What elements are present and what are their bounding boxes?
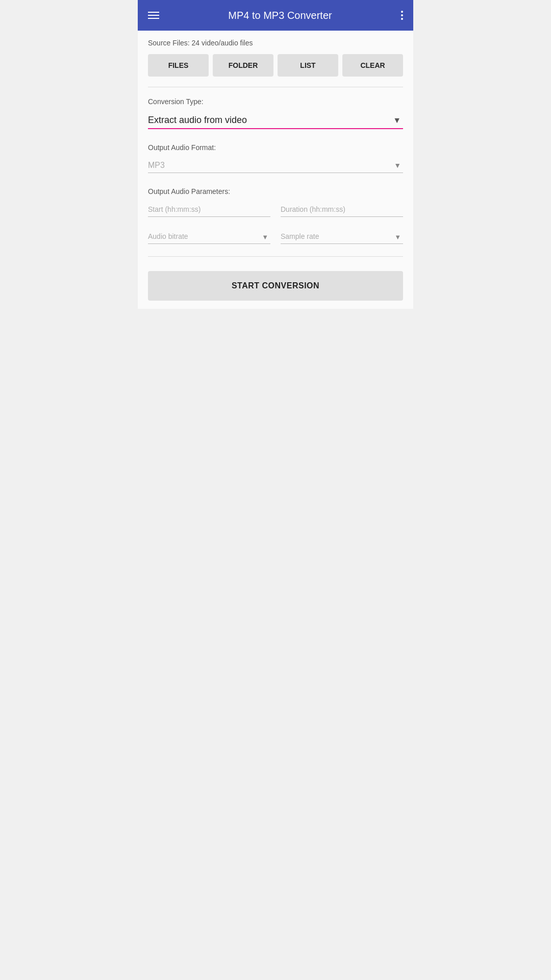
conversion-type-container: Extract audio from video Convert video f…: [148, 112, 403, 129]
bitrate-select[interactable]: Audio bitrate 64k 128k 192k 256k 320k: [148, 229, 270, 244]
folder-button[interactable]: FOLDER: [213, 54, 273, 77]
time-params-row: [148, 202, 403, 217]
start-field: [148, 202, 270, 217]
list-button[interactable]: LIST: [278, 54, 338, 77]
app-header: MP4 to MP3 Converter: [138, 0, 413, 31]
duration-field: [281, 202, 403, 217]
output-format-container: MP3 AAC OGG WAV FLAC ▼: [148, 158, 403, 173]
source-files-label: Source Files: 24 video/audio files: [148, 39, 403, 47]
output-format-label: Output Audio Format:: [148, 143, 403, 152]
output-params-section: Output Audio Parameters: Audio bitrate 6…: [148, 187, 403, 244]
conversion-type-select[interactable]: Extract audio from video Convert video f…: [148, 112, 403, 129]
start-input[interactable]: [148, 202, 270, 217]
conversion-type-label: Conversion Type:: [148, 97, 403, 106]
duration-input[interactable]: [281, 202, 403, 217]
divider-1: [148, 87, 403, 87]
audio-params-row: Audio bitrate 64k 128k 192k 256k 320k ▼ …: [148, 229, 403, 244]
samplerate-select[interactable]: Sample rate 22050 Hz 44100 Hz 48000 Hz: [281, 229, 403, 244]
files-button[interactable]: FILES: [148, 54, 209, 77]
main-content: Source Files: 24 video/audio files FILES…: [138, 31, 413, 309]
start-conversion-button[interactable]: START CONVERSION: [148, 271, 403, 301]
source-buttons-row: FILES FOLDER LIST CLEAR: [148, 54, 403, 77]
bitrate-field: Audio bitrate 64k 128k 192k 256k 320k ▼: [148, 229, 270, 244]
more-vertical-icon[interactable]: [401, 11, 403, 20]
output-format-select[interactable]: MP3 AAC OGG WAV FLAC: [148, 158, 403, 173]
clear-button[interactable]: CLEAR: [342, 54, 403, 77]
samplerate-field: Sample rate 22050 Hz 44100 Hz 48000 Hz ▼: [281, 229, 403, 244]
menu-icon[interactable]: [148, 12, 159, 19]
app-title: MP4 to MP3 Converter: [159, 10, 401, 21]
divider-2: [148, 256, 403, 257]
output-params-label: Output Audio Parameters:: [148, 187, 403, 195]
